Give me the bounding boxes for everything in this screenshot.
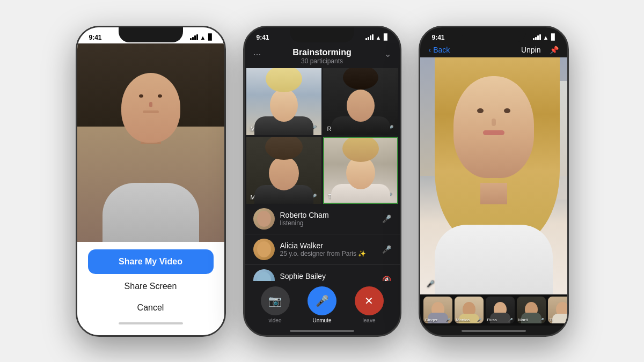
wifi-icon-2: ▲ xyxy=(376,34,382,41)
mute-icon: 🎤 xyxy=(316,294,329,307)
more-options-button[interactable]: ··· xyxy=(253,49,261,60)
time-3: 9:41 xyxy=(432,34,445,41)
avatar-sophie xyxy=(253,269,275,281)
phone-3: 9:41 ▲ ▊ ‹ Back Unpin 📌 xyxy=(419,26,569,337)
chevron-down-icon[interactable]: ⌄ xyxy=(384,49,391,59)
signal-bars-3 xyxy=(533,34,541,40)
status-bar-3: 9:41 ▲ ▊ xyxy=(420,27,567,43)
name-alicia: Alicia Walker xyxy=(280,241,377,250)
face-shape xyxy=(121,73,180,143)
thumb-monica-label: Monica xyxy=(456,317,470,322)
video-cell-martin[interactable]: Martin Hersey 🎤 xyxy=(246,137,321,204)
home-indicator xyxy=(119,322,183,324)
battery-icon-1: ▊ xyxy=(208,34,213,41)
pinned-header: ‹ Back Unpin 📌 xyxy=(420,43,567,57)
video-circle[interactable]: 📷 xyxy=(261,286,290,315)
video-cell-russ[interactable]: Russ Goodwin 🎤 xyxy=(323,68,398,135)
participant-alicia[interactable]: Alicia Walker 25 y.o. designer from Pari… xyxy=(245,234,400,265)
name-sophie: Sophie Bailey xyxy=(280,272,377,280)
status-bar-2: 9:41 ▲ ▊ xyxy=(245,27,400,43)
signal-bars-2 xyxy=(365,34,374,40)
avatar-roberto xyxy=(253,208,275,230)
eyes xyxy=(121,94,180,98)
bottom-controls-sheet: Share My Video Share Screen Cancel xyxy=(77,242,224,335)
thumb-monica[interactable]: Monica 🎤 xyxy=(455,297,484,323)
participant-sophie[interactable]: Sophie Bailey listening 🔇 xyxy=(245,265,400,281)
time-1: 9:41 xyxy=(89,34,102,41)
back-label: Back xyxy=(433,46,450,54)
header-actions: Unpin 📌 xyxy=(521,46,559,54)
thumb-martin[interactable]: Marti 🎤 xyxy=(517,297,546,323)
status-icons-2: ▲ ▊ xyxy=(365,34,388,41)
back-button[interactable]: ‹ Back xyxy=(429,46,450,54)
mic-alicia: 🎤 xyxy=(382,245,391,254)
participants-count: 30 participants xyxy=(253,57,391,65)
avatar-alicia xyxy=(253,239,275,260)
signal-bars-1 xyxy=(190,34,198,40)
share-screen-button[interactable]: Share Screen xyxy=(88,275,214,298)
main-nose xyxy=(492,119,496,126)
meeting-title: Brainstorming xyxy=(253,48,391,57)
thumb-ti[interactable]: Ti 🎤 xyxy=(548,297,569,323)
leave-control[interactable]: ✕ leave xyxy=(355,286,384,323)
wifi-icon-1: ▲ xyxy=(200,34,206,41)
status-roberto: listening xyxy=(280,219,377,227)
main-eyes xyxy=(453,108,534,113)
nose xyxy=(149,102,152,107)
video-grid: Monica Bates 🎤 Russ Goodwin 🎤 Martin Her… xyxy=(246,68,398,204)
time-2: 9:41 xyxy=(257,34,269,41)
video-label: video xyxy=(269,317,282,323)
thumb-russ-label: Russ xyxy=(487,317,497,322)
cancel-button[interactable]: Cancel xyxy=(88,298,214,318)
thumb-ginger-label: Ginger xyxy=(425,317,438,322)
monica-video xyxy=(246,68,321,135)
thumb-martin-mic: 🎤 xyxy=(539,318,544,322)
share-my-video-button[interactable]: Share My Video xyxy=(88,249,214,274)
status-icons-1: ▲ ▊ xyxy=(190,34,213,41)
thumb-russ-mic: 🎤 xyxy=(508,318,513,322)
mute-label: Unmute xyxy=(312,317,331,323)
video-off-icon: 📷 xyxy=(268,294,282,307)
info-sophie: Sophie Bailey listening xyxy=(280,272,377,281)
home-indicator-3 xyxy=(462,330,526,332)
call-controls: 📷 video 🎤 Unmute ✕ leave xyxy=(245,281,400,326)
thumb-monica-mic: 🎤 xyxy=(477,318,482,322)
mute-control[interactable]: 🎤 Unmute xyxy=(308,286,336,323)
main-lips xyxy=(483,130,504,135)
video-cell-tina[interactable]: Tina Flowers 🎤 xyxy=(323,137,398,204)
unpin-button[interactable]: Unpin xyxy=(521,46,541,54)
meeting-header: ··· Brainstorming 30 participants ⌄ xyxy=(245,43,400,68)
video-preview: 🚫 ↺ xyxy=(77,43,224,242)
video-control[interactable]: 📷 video xyxy=(261,286,290,323)
status-alicia: 25 y.o. designer from Paris ✨ xyxy=(280,250,377,257)
status-bar-1: 9:41 ▲ ▊ xyxy=(77,27,224,43)
meeting-info: Brainstorming 30 participants xyxy=(253,48,391,65)
mic-sophie-muted: 🔇 xyxy=(382,276,391,281)
name-roberto: Roberto Cham xyxy=(280,211,377,219)
participant-roberto[interactable]: Roberto Cham listening 🎤 xyxy=(245,204,400,234)
battery-icon-2: ▊ xyxy=(384,34,388,41)
info-roberto: Roberto Cham listening xyxy=(280,211,377,227)
thumb-martin-label: Marti xyxy=(518,317,528,322)
phone-1: 9:41 ▲ ▊ xyxy=(76,26,226,337)
main-pinned-video: 🎤 Tina Flowers xyxy=(420,57,567,294)
pinned-mic-icon: 🎤 xyxy=(427,280,435,287)
phone-2: 9:41 ▲ ▊ ··· Brainstorming 30 participan… xyxy=(243,26,401,337)
mute-circle[interactable]: 🎤 xyxy=(308,286,336,315)
back-chevron-icon: ‹ xyxy=(429,46,431,54)
mouth xyxy=(143,110,159,113)
thumbnail-strip: Ginger 🎤 Monica 🎤 Russ 🎤 xyxy=(420,294,567,326)
participants-list: Roberto Cham listening 🎤 Alicia Walker 2… xyxy=(245,204,400,281)
info-alicia: Alicia Walker 25 y.o. designer from Pari… xyxy=(280,241,377,257)
status-icons-3: ▲ ▊ xyxy=(533,34,555,41)
thumb-ginger-mic: 🎤 xyxy=(446,318,451,322)
video-cell-monica[interactable]: Monica Bates 🎤 xyxy=(246,68,321,135)
thumb-ginger[interactable]: Ginger 🎤 xyxy=(423,297,452,323)
leave-circle[interactable]: ✕ xyxy=(355,286,384,315)
thumb-russ[interactable]: Russ 🎤 xyxy=(486,297,515,323)
leave-label: leave xyxy=(363,317,376,323)
battery-icon-3: ▊ xyxy=(551,34,555,41)
leave-icon: ✕ xyxy=(364,294,374,307)
wifi-icon-3: ▲ xyxy=(543,34,549,41)
mic-roberto: 🎤 xyxy=(382,215,391,223)
